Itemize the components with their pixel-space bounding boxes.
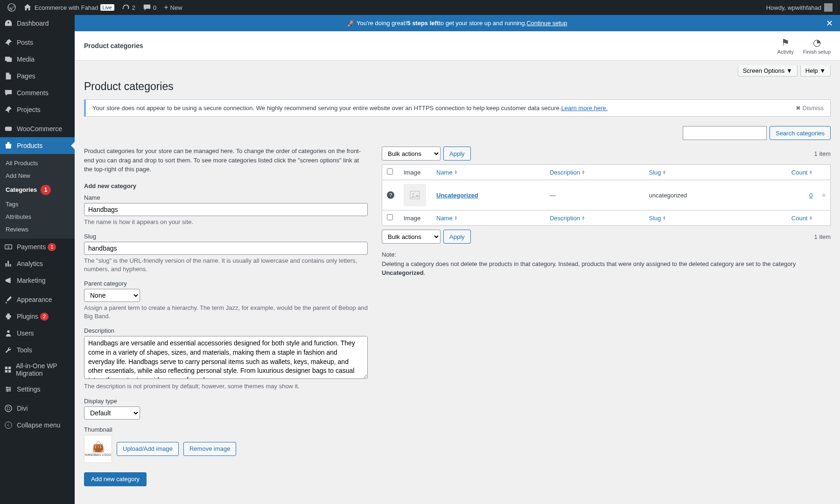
col-count[interactable]: Count▲▼ bbox=[791, 169, 813, 176]
menu-payments[interactable]: $Payments1 bbox=[0, 238, 75, 255]
parent-select[interactable]: None bbox=[84, 289, 140, 302]
media-icon bbox=[4, 55, 13, 64]
rocket-icon: 🚀 bbox=[347, 20, 355, 27]
payments-icon: $ bbox=[4, 242, 13, 252]
submenu-reviews[interactable]: Reviews bbox=[0, 223, 75, 236]
remove-image-button[interactable]: Remove image bbox=[183, 442, 236, 456]
submenu-add-new[interactable]: Add New bbox=[0, 169, 75, 182]
menu-settings[interactable]: Settings bbox=[0, 381, 75, 398]
dashboard-icon bbox=[4, 19, 13, 28]
slug-input[interactable] bbox=[84, 242, 368, 255]
menu-woocommerce[interactable]: WooCommerce bbox=[0, 120, 75, 137]
desc-textarea[interactable]: Handbags are versatile and essential acc… bbox=[84, 336, 368, 379]
pin-icon bbox=[4, 105, 13, 114]
menu-pages[interactable]: Pages bbox=[0, 68, 75, 84]
notice-link[interactable]: Learn more here. bbox=[561, 105, 608, 112]
upload-image-button[interactable]: Upload/Add image bbox=[117, 442, 179, 456]
plus-icon: + bbox=[164, 3, 168, 12]
placeholder-icon bbox=[409, 189, 420, 201]
col-slug[interactable]: Slug▲▼ bbox=[649, 169, 666, 176]
bulk-actions-bottom[interactable]: Bulk actions bbox=[382, 230, 441, 244]
slug-label: Slug bbox=[84, 233, 368, 240]
updates-link[interactable]: 2 bbox=[118, 0, 139, 15]
new-link[interactable]: + New bbox=[160, 0, 186, 15]
users-icon bbox=[4, 329, 13, 338]
continue-setup-link[interactable]: Continue setup bbox=[526, 20, 567, 27]
select-all-bottom[interactable] bbox=[387, 214, 393, 220]
desc-label: Description bbox=[84, 327, 368, 334]
submenu-all-products[interactable]: All Products bbox=[0, 157, 75, 169]
menu-comments[interactable]: Comments bbox=[0, 84, 75, 101]
finish-setup-button[interactable]: ◔ Finish setup bbox=[803, 37, 831, 55]
menu-projects[interactable]: Projects bbox=[0, 101, 75, 118]
avatar bbox=[824, 3, 833, 12]
screen-options-button[interactable]: Screen Options ▼ bbox=[738, 65, 798, 77]
name-input[interactable] bbox=[84, 203, 368, 216]
menu-plugins[interactable]: Plugins2 bbox=[0, 308, 75, 325]
col-name[interactable]: Name▲▼ bbox=[436, 169, 458, 176]
live-badge: Live bbox=[100, 4, 114, 11]
search-button[interactable]: Search categories bbox=[770, 126, 831, 140]
form-heading: Add new category bbox=[84, 182, 368, 189]
menu-tools[interactable]: Tools bbox=[0, 342, 75, 358]
delete-note: Note: Deleting a category does not delet… bbox=[382, 250, 831, 278]
close-icon[interactable]: ✕ bbox=[826, 18, 833, 28]
https-notice: Your store does not appear to be using a… bbox=[84, 99, 831, 117]
menu-posts[interactable]: Posts bbox=[0, 34, 75, 51]
menu-migration[interactable]: All-in-One WP Migration bbox=[0, 358, 75, 381]
name-label: Name bbox=[84, 194, 368, 201]
menu-dashboard[interactable]: Dashboard bbox=[0, 15, 75, 32]
drag-handle-icon[interactable]: ≡ bbox=[822, 192, 826, 199]
menu-users[interactable]: Users bbox=[0, 325, 75, 342]
desc-help: The description is not prominent by defa… bbox=[84, 382, 368, 391]
svg-point-4 bbox=[7, 330, 9, 333]
activity-button[interactable]: ⚑ Activity bbox=[777, 37, 794, 55]
parent-help: Assign a parent term to create a hierarc… bbox=[84, 304, 368, 321]
apply-bottom-button[interactable]: Apply bbox=[443, 230, 471, 244]
row-slug: uncategorized bbox=[644, 180, 749, 210]
menu-marketing[interactable]: Marketing bbox=[0, 272, 75, 289]
help-button[interactable]: Help ▼ bbox=[800, 65, 831, 77]
site-link[interactable]: Ecommerce with Fahad Live bbox=[20, 0, 118, 15]
bulk-actions-top[interactable]: Bulk actions bbox=[382, 147, 441, 161]
display-select[interactable]: Default bbox=[84, 406, 140, 420]
select-all-top[interactable] bbox=[387, 168, 393, 175]
comment-icon bbox=[143, 3, 151, 12]
row-count-link[interactable]: 0 bbox=[809, 192, 812, 199]
migration-icon bbox=[4, 365, 12, 374]
menu-appearance[interactable]: Appearance bbox=[0, 291, 75, 308]
wp-logo[interactable] bbox=[4, 0, 20, 15]
menu-media[interactable]: Media bbox=[0, 51, 75, 68]
products-submenu: All Products Add New Categories1 Tags At… bbox=[0, 154, 75, 238]
menu-analytics[interactable]: Analytics bbox=[0, 255, 75, 272]
menu-collapse[interactable]: Collapse menu bbox=[0, 417, 75, 434]
page-header-title: Product categories bbox=[84, 42, 143, 49]
submenu-categories[interactable]: Categories1 bbox=[0, 182, 75, 198]
name-help: The name is how it appears on your site. bbox=[84, 218, 368, 226]
howdy-link[interactable]: Howdy, wpwithfahad bbox=[763, 0, 836, 15]
info-icon[interactable]: ? bbox=[387, 191, 394, 199]
apply-top-button[interactable]: Apply bbox=[443, 147, 471, 161]
comments-link[interactable]: 0 bbox=[139, 0, 160, 15]
col-desc[interactable]: Description▲▼ bbox=[550, 169, 585, 176]
categories-table: Image Name▲▼ Description▲▼ Slug▲▼ Count▲… bbox=[382, 164, 831, 226]
col-image: Image bbox=[399, 165, 432, 180]
dismiss-button[interactable]: ✖ Dismiss bbox=[796, 105, 824, 112]
menu-divi[interactable]: Divi bbox=[0, 400, 75, 417]
menu-products[interactable]: Products bbox=[0, 137, 75, 154]
display-label: Display type bbox=[84, 398, 368, 405]
row-name-link[interactable]: Uncategorized bbox=[436, 192, 478, 199]
brush-icon bbox=[4, 295, 13, 304]
search-input[interactable] bbox=[683, 126, 767, 140]
add-category-button[interactable]: Add new category bbox=[84, 472, 147, 486]
collapse-icon bbox=[4, 420, 13, 430]
admin-bar: Ecommerce with Fahad Live 2 0 + New Howd… bbox=[0, 0, 840, 15]
submenu-attributes[interactable]: Attributes bbox=[0, 210, 75, 223]
svg-point-12 bbox=[413, 193, 414, 195]
parent-label: Parent category bbox=[84, 280, 368, 287]
woo-icon bbox=[4, 124, 13, 133]
svg-rect-11 bbox=[410, 191, 419, 199]
plugins-badge: 2 bbox=[40, 313, 49, 321]
thumb-label: Thumbnail bbox=[84, 426, 368, 433]
submenu-tags[interactable]: Tags bbox=[0, 198, 75, 210]
